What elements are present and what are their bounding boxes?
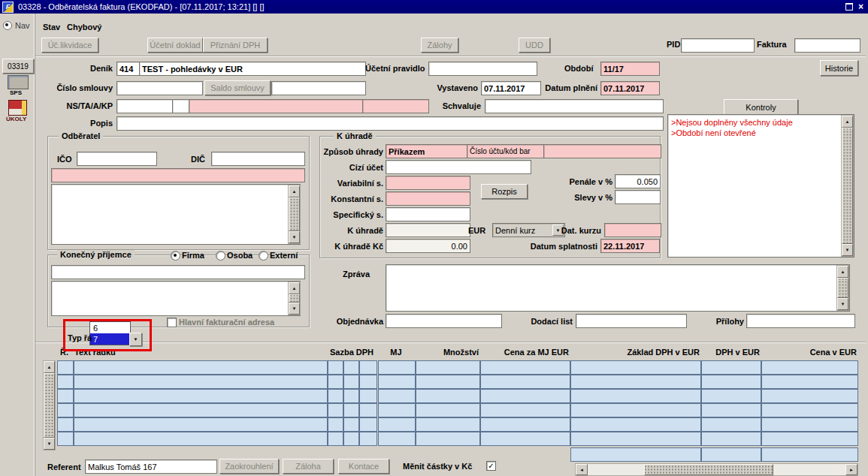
table-cell[interactable] xyxy=(359,417,377,432)
table-cell[interactable] xyxy=(761,403,858,417)
odberatel-scrollbar[interactable]: ▲ ▼ xyxy=(288,185,301,244)
zaloha-button[interactable]: Záloha xyxy=(283,459,334,474)
ico-field[interactable] xyxy=(77,152,157,166)
table-cell[interactable] xyxy=(359,432,377,446)
table-cell[interactable] xyxy=(570,389,701,403)
table-cell[interactable] xyxy=(378,375,416,389)
restore-button[interactable] xyxy=(843,2,854,12)
table-cell[interactable] xyxy=(57,375,74,389)
table-cell[interactable] xyxy=(480,403,570,417)
dat-kurzu-field[interactable] xyxy=(604,223,661,237)
table-horizontal-scrollbar[interactable]: ◄ ► xyxy=(575,463,858,476)
scroll-track[interactable] xyxy=(289,197,300,231)
odberatel-name-field[interactable] xyxy=(51,168,305,182)
table-cell[interactable] xyxy=(328,360,343,375)
scroll-down-icon[interactable]: ▼ xyxy=(842,244,853,256)
scroll-thumb[interactable] xyxy=(644,464,773,475)
table-cell[interactable] xyxy=(480,432,570,446)
odberatel-address-textarea[interactable] xyxy=(51,184,301,245)
scroll-thumb[interactable] xyxy=(289,197,300,231)
zaokrouhleni-button[interactable]: Zaokrouhlení xyxy=(219,459,279,474)
table-cell[interactable] xyxy=(416,432,480,446)
table-cell[interactable] xyxy=(480,389,570,403)
historie-button[interactable]: Historie xyxy=(820,60,858,76)
table-cell[interactable] xyxy=(343,389,359,403)
dodaci-list-field[interactable] xyxy=(576,314,687,328)
scroll-down-icon[interactable]: ▼ xyxy=(837,298,848,310)
scroll-track[interactable] xyxy=(837,278,848,298)
table-cell[interactable] xyxy=(74,389,328,403)
table-cell[interactable] xyxy=(74,432,328,446)
externi-radio[interactable] xyxy=(259,251,268,261)
scroll-up-icon[interactable]: ▲ xyxy=(842,116,853,128)
table-cell[interactable] xyxy=(74,375,328,389)
table-cell[interactable] xyxy=(57,417,74,432)
close-button[interactable]: × xyxy=(855,2,866,12)
faktura-field[interactable] xyxy=(794,38,860,53)
table-cell[interactable] xyxy=(416,360,480,375)
table-cell[interactable] xyxy=(701,403,761,417)
scroll-down-icon[interactable]: ▼ xyxy=(44,438,55,450)
scroll-up-icon[interactable]: ▲ xyxy=(289,185,300,197)
table-cell[interactable] xyxy=(328,375,343,389)
scroll-thumb[interactable] xyxy=(289,294,300,303)
scroll-up-icon[interactable]: ▲ xyxy=(837,266,848,278)
scroll-track[interactable] xyxy=(44,373,55,438)
referent-field[interactable]: Malkus Tomáš 167 xyxy=(85,459,217,474)
hlavni-adresa-checkbox[interactable] xyxy=(167,318,177,327)
dic-field[interactable] xyxy=(211,152,305,166)
table-cell[interactable] xyxy=(74,417,328,432)
ns-field-4[interactable] xyxy=(362,99,429,113)
scroll-track[interactable] xyxy=(842,128,853,244)
scroll-up-icon[interactable]: ▲ xyxy=(289,282,300,294)
kontroly-scrollbar[interactable]: ▲ ▼ xyxy=(841,115,854,257)
table-cell[interactable] xyxy=(761,360,858,375)
prijemce-address-textarea[interactable] xyxy=(51,281,301,316)
table-total-cell[interactable] xyxy=(701,447,761,462)
table-cell[interactable] xyxy=(701,375,761,389)
ucetni-doklad-button[interactable]: Účetní doklad xyxy=(147,38,203,53)
cislo-uctu-field[interactable]: Číslo účtu/kód bar xyxy=(467,144,547,158)
table-cell[interactable] xyxy=(480,360,570,375)
table-cell[interactable] xyxy=(328,389,343,403)
datum-splatnosti-field[interactable]: 22.11.2017 xyxy=(600,239,660,253)
popis-field[interactable] xyxy=(116,116,664,131)
pid-field[interactable] xyxy=(681,38,755,53)
scroll-down-icon[interactable]: ▼ xyxy=(289,303,300,315)
table-cell[interactable] xyxy=(570,432,701,446)
table-cell[interactable] xyxy=(416,389,480,403)
cizi-ucet-field[interactable] xyxy=(386,160,531,174)
dropdown-option[interactable]: 6 xyxy=(90,322,130,333)
ns-field-1[interactable] xyxy=(116,99,176,113)
scroll-track[interactable] xyxy=(289,294,300,303)
variabilni-field[interactable] xyxy=(386,176,470,190)
table-cell[interactable] xyxy=(343,375,359,389)
datum-plneni-field[interactable]: 07.11.2017 xyxy=(600,81,660,95)
table-total-cell[interactable] xyxy=(761,447,858,462)
zalohy-button[interactable]: Zálohy xyxy=(421,38,458,53)
table-cell[interactable] xyxy=(761,432,858,446)
page-number-button[interactable]: 03319 xyxy=(2,59,34,74)
scroll-thumb[interactable] xyxy=(44,373,55,438)
table-cell[interactable] xyxy=(701,417,761,432)
denik-name-field[interactable]: TEST - pohledávky v EUR xyxy=(139,62,366,76)
sps-icon[interactable] xyxy=(8,75,29,89)
vystaveno-field[interactable]: 07.11.2017 xyxy=(481,81,541,95)
table-cell[interactable] xyxy=(701,389,761,403)
table-cell[interactable] xyxy=(570,375,701,389)
typ-radku-dropdown-arrow[interactable]: ▼ xyxy=(129,333,142,346)
table-cell[interactable] xyxy=(74,360,328,375)
table-cell[interactable] xyxy=(480,417,570,432)
table-cell[interactable] xyxy=(74,403,328,417)
zprava-textarea[interactable] xyxy=(386,264,850,312)
cislo-smlouvy-field[interactable] xyxy=(116,81,203,95)
table-cell[interactable] xyxy=(761,389,858,403)
table-cell[interactable] xyxy=(416,375,480,389)
table-cell[interactable] xyxy=(359,360,377,375)
prijemce-name-field[interactable] xyxy=(51,265,305,279)
saldo-smlouvy-field[interactable] xyxy=(271,81,366,95)
zpusob-uhrady-field[interactable]: Příkazem xyxy=(386,144,470,158)
scroll-track[interactable] xyxy=(588,464,845,475)
bankovni-ucet-field[interactable] xyxy=(543,144,661,158)
objednavka-field[interactable] xyxy=(386,314,502,328)
